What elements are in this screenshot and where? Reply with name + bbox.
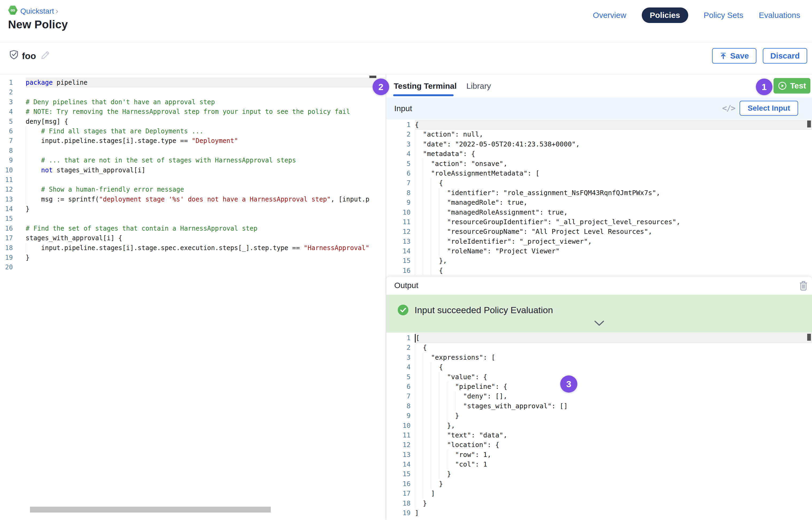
code-line[interactable]: 20 [0,262,386,272]
tab-policy-sets[interactable]: Policy Sets [704,11,743,20]
code-line[interactable]: 10not stages_with_approval[i] [0,165,386,175]
trash-icon[interactable] [799,280,808,291]
code-line[interactable]: 6"roleAssignmentMetadata": [ [386,168,812,178]
code-line[interactable]: 17] [386,489,812,498]
save-button[interactable]: Save [712,48,756,63]
breadcrumb-project-link[interactable]: Quickstart [20,7,54,16]
code-line[interactable]: 7{ [386,178,812,188]
code-line[interactable]: 11"resourceGroupIdentifier": "_all_proje… [386,217,812,227]
shield-check-icon [9,50,18,60]
output-json-editor[interactable]: 1[2{3"expressions": [4{5"value": {6"pipe… [386,333,812,520]
code-line[interactable]: 4"metadata": { [386,149,812,159]
code-content: "pipeline": { [415,382,812,391]
tab-evaluations[interactable]: Evaluations [759,11,800,20]
code-line[interactable]: 7input.pipeline.stages[i].stage.type == … [0,136,386,146]
edit-name-icon[interactable] [41,50,50,60]
policy-code-editor[interactable]: 1package pipeline23# Deny pipelines that… [0,75,386,520]
code-line[interactable]: 2{ [386,343,812,353]
code-icon[interactable]: </> [722,103,735,113]
code-line[interactable]: 14"col": 1 [386,460,812,469]
tab-overview[interactable]: Overview [593,11,626,20]
code-line[interactable]: 5"value": { [386,372,812,382]
code-line[interactable]: 9} [386,411,812,421]
code-line[interactable]: 9"managedRole": true, [386,198,812,207]
code-token: "HarnessApproval" [304,244,370,252]
code-line[interactable]: 8"identifier": "role_assignment_NsFQM43R… [386,188,812,198]
code-line[interactable]: 10}, [386,421,812,431]
tab-testing-terminal[interactable]: Testing Terminal [394,81,457,90]
code-line[interactable]: 18} [386,499,812,508]
code-line[interactable]: 15 [0,214,386,224]
code-line[interactable]: 8 [0,146,386,156]
code-line[interactable]: 16{ [386,266,812,276]
code-line[interactable]: 11 [0,175,386,185]
input-editor-scroll-thumb[interactable] [807,121,811,127]
code-line[interactable]: 19] [386,508,812,518]
code-line[interactable]: 12"location": { [386,440,812,450]
code-token: pipeline [53,79,87,86]
test-button[interactable]: Test [773,78,810,94]
code-line[interactable]: 10"managedRoleAssignment": true, [386,208,812,217]
code-line[interactable]: 13"row": 1, [386,450,812,460]
code-line[interactable]: 8"stages_with_approval": [] [386,401,812,411]
line-number: 13 [386,237,415,246]
code-token: # NOTE: Try removing the HarnessApproval… [26,108,350,115]
code-token: "expressions": [ [431,354,495,361]
code-line[interactable]: 15} [386,469,812,479]
code-line[interactable]: 12"resourceGroupName": "All Project Leve… [386,227,812,236]
chevron-down-icon[interactable] [594,320,604,326]
code-content [26,175,386,185]
policy-editor-scroll-thumb[interactable] [370,76,376,78]
tab-library[interactable]: Library [466,81,491,90]
code-line[interactable]: 5"action": "onsave", [386,159,812,168]
input-json-editor[interactable]: 1{2"action": null,3"date": "2022-05-05T2… [386,120,812,277]
code-line[interactable]: 6"pipeline": { [386,382,812,391]
discard-button[interactable]: Discard [763,48,807,63]
code-line[interactable]: 2"action": null, [386,130,812,139]
tab-policies[interactable]: Policies [642,7,688,23]
line-number: 6 [386,382,415,391]
code-content: package pipeline [26,78,386,87]
code-content: # NOTE: Try removing the HarnessApproval… [26,107,386,116]
code-line[interactable]: 3"expressions": [ [386,353,812,362]
code-line[interactable]: 11"text": "data", [386,431,812,440]
line-number: 20 [0,262,26,272]
code-line[interactable]: 6# Find all stages that are Deployments … [0,126,386,136]
code-line[interactable]: 13msg := sprintf("deployment stage '%s' … [0,194,386,204]
code-line[interactable]: 9# ... that are not in the set of stages… [0,156,386,165]
code-line[interactable]: 4{ [386,362,812,372]
code-line[interactable]: 16# Find the set of stages that contain … [0,224,386,233]
code-line[interactable]: 17stages_with_approval[i] { [0,233,386,243]
indent-guide [415,479,439,489]
code-content: # ... that are not in the set of stages … [26,156,386,165]
line-number: 13 [386,450,415,460]
horizontal-scrollbar[interactable] [30,506,271,513]
code-line[interactable]: 1[ [386,333,812,343]
select-input-button[interactable]: Select Input [740,101,798,116]
code-token: ] [415,509,419,517]
code-line[interactable]: 3"date": "2022-05-05T20:41:23.538+0000", [386,139,812,149]
output-editor-scroll-thumb[interactable] [807,334,811,341]
code-content: ] [415,508,812,518]
code-line[interactable]: 14} [0,204,386,214]
code-token: { [439,179,443,187]
code-content: { [415,343,812,353]
code-line[interactable]: 18input.pipeline.stages[i].stage.spec.ex… [0,243,386,253]
code-line[interactable]: 16} [386,479,812,489]
code-token: , [input.p [331,196,370,203]
code-line[interactable]: 15}, [386,256,812,266]
code-token: "metadata": { [423,150,475,158]
code-line[interactable]: 12# Show a human-friendly error message [0,185,386,194]
code-line[interactable]: 13"roleIdentifier": "_project_viewer", [386,237,812,246]
code-token: "value": { [447,373,487,381]
code-line[interactable]: 1package pipeline [0,78,386,87]
code-line[interactable]: 2 [0,87,386,97]
code-line[interactable]: 5deny[msg] { [0,117,386,126]
code-line[interactable]: 1{ [386,120,812,130]
line-number: 16 [386,479,415,489]
code-line[interactable]: 7"deny": [], [386,391,812,401]
code-line[interactable]: 14"roleName": "Project Viewer" [386,246,812,256]
code-line[interactable]: 3# Deny pipelines that don't have an app… [0,97,386,107]
code-line[interactable]: 4# NOTE: Try removing the HarnessApprova… [0,107,386,116]
code-line[interactable]: 19} [0,253,386,262]
